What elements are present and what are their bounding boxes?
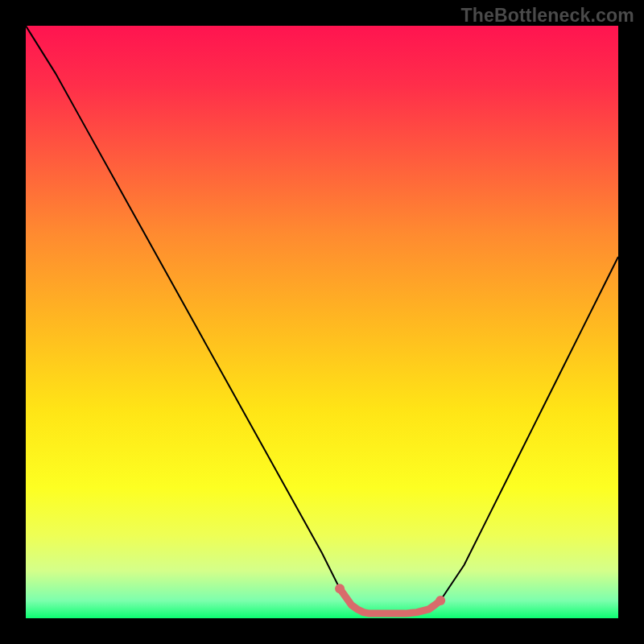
plot-area	[26, 26, 618, 618]
bottleneck-chart	[26, 26, 618, 618]
chart-frame: TheBottleneck.com	[0, 0, 644, 644]
gradient-background	[26, 26, 618, 618]
optimal-dot-left	[335, 584, 345, 593]
watermark-text: TheBottleneck.com	[460, 5, 634, 27]
optimal-dot-right	[436, 596, 445, 605]
